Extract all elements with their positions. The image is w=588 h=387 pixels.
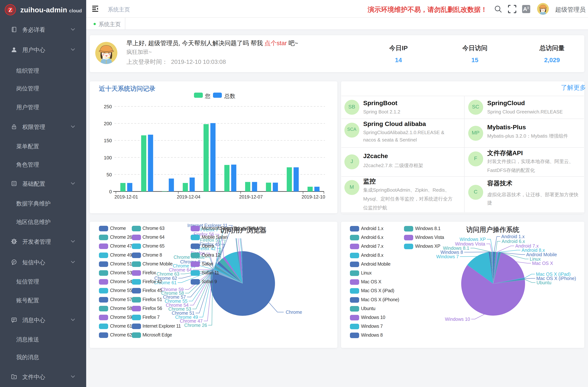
svg-text:Android 1.x: Android 1.x (501, 234, 525, 239)
svg-text:Mac OS X: Mac OS X (532, 261, 553, 266)
svg-text:Windows 10: Windows 10 (445, 317, 470, 322)
svg-text:Chrome Mobile: Chrome Mobile (173, 255, 205, 260)
svg-text:Chrome 26: Chrome 26 (184, 323, 207, 328)
svg-text:Windows XP: Windows XP (460, 237, 486, 242)
svg-text:Chrome: Chrome (286, 309, 302, 315)
svg-text:Android 6.x: Android 6.x (502, 239, 525, 244)
svg-text:Ubuntu: Ubuntu (537, 280, 551, 285)
svg-text:Windows 7: Windows 7 (436, 254, 459, 259)
